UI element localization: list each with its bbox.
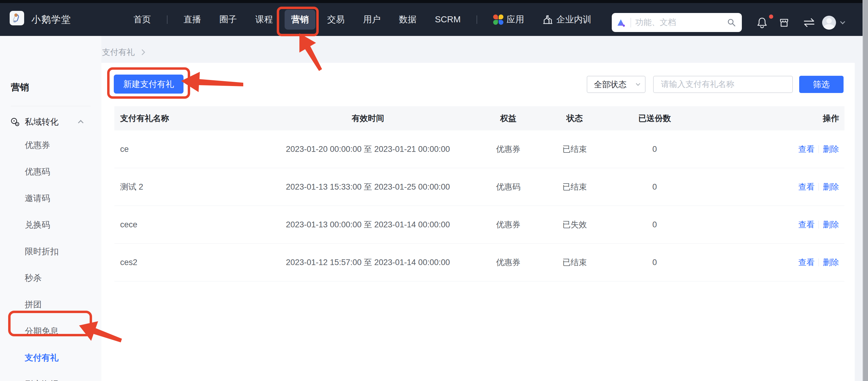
top-navbar: 小鹅学堂 首页 直播 圈子 课程 营销 交易 用户 数据 SCRM 应用 xyxy=(0,0,863,36)
search-input[interactable] xyxy=(635,18,722,27)
chevron-down-icon xyxy=(636,82,640,86)
sidebar-item-invite-code[interactable]: 邀请码 xyxy=(0,185,101,212)
header-name: 支付有礼名称 xyxy=(114,113,265,124)
delete-link[interactable]: 删除 xyxy=(823,219,839,230)
action-separator xyxy=(818,258,819,266)
goose-logo-icon xyxy=(11,12,23,24)
cell-status: 已结束 xyxy=(546,257,603,268)
table-row: ces2 2023-01-12 15:57:00 至 2023-01-14 00… xyxy=(114,244,844,282)
view-link[interactable]: 查看 xyxy=(798,219,814,230)
window-scrollbar[interactable] xyxy=(863,0,868,381)
sidebar-item-coupon-code[interactable]: 优惠码 xyxy=(0,158,101,185)
swap-arrows-icon xyxy=(803,17,816,28)
switch-account-button[interactable] xyxy=(796,17,822,28)
sidebar-item-group-buy[interactable]: 拼团 xyxy=(0,291,101,318)
nav-item-course[interactable]: 课程 xyxy=(249,10,279,30)
cell-status: 已结束 xyxy=(546,181,603,192)
sidebar-item-installment[interactable]: 分期免息 xyxy=(0,318,101,345)
status-filter-select[interactable]: 全部状态 xyxy=(587,76,646,93)
nav-item-marketing[interactable]: 营销 xyxy=(285,10,315,30)
action-separator xyxy=(818,183,819,191)
sidebar-divider xyxy=(11,106,91,106)
header-status: 状态 xyxy=(546,113,603,124)
cell-sent: 0 xyxy=(603,258,706,267)
sidebar-group-private-domain[interactable]: 私域转化 xyxy=(0,112,101,131)
header-sent: 已送份数 xyxy=(603,113,706,124)
sidebar-title: 营销 xyxy=(11,81,29,94)
nav-item-enterprise-training[interactable]: 企业内训 xyxy=(536,10,598,30)
primary-nav: 首页 直播 圈子 课程 营销 交易 用户 数据 SCRM 应用 xyxy=(127,3,598,36)
cell-status: 已结束 xyxy=(546,144,603,154)
create-pay-gift-button[interactable]: 新建支付有礼 xyxy=(114,75,184,94)
cell-status: 已失效 xyxy=(546,219,603,230)
nav-item-circle[interactable]: 圈子 xyxy=(213,10,244,30)
table-row: cece 2023-01-13 00:00:00 至 2023-01-14 00… xyxy=(114,206,844,244)
table-header-row: 支付有礼名称 有效时间 权益 状态 已送份数 操作 xyxy=(114,106,844,130)
view-link[interactable]: 查看 xyxy=(798,144,814,154)
topbar-icon-cluster xyxy=(752,6,844,39)
bell-icon xyxy=(756,16,768,29)
table-row: ce 2023-01-20 00:00:00 至 2023-01-21 00:0… xyxy=(114,130,844,168)
delete-link[interactable]: 删除 xyxy=(823,257,839,268)
breadcrumb-chevron-icon xyxy=(141,49,146,56)
cell-benefit: 优惠券 xyxy=(470,219,546,230)
header-time: 有效时间 xyxy=(265,113,470,124)
store-button[interactable] xyxy=(772,17,796,28)
private-domain-icon xyxy=(10,117,20,127)
cell-name: ce xyxy=(114,145,265,154)
search-brand-icon xyxy=(616,18,626,28)
cell-time: 2023-01-12 15:57:00 至 2023-01-14 00:00:0… xyxy=(265,257,470,268)
global-search xyxy=(612,13,742,32)
view-link[interactable]: 查看 xyxy=(798,257,814,268)
content-card: 新建支付有礼 全部状态 筛选 支付有礼名称 有效时间 权益 状态 已送份数 操作… xyxy=(101,63,855,381)
brand-name: 小鹅学堂 xyxy=(31,3,71,36)
nav-item-home[interactable]: 首页 xyxy=(127,10,158,30)
account-menu[interactable] xyxy=(822,16,844,30)
sidebar-group-label: 私域转化 xyxy=(25,112,59,131)
header-benefit: 权益 xyxy=(470,113,546,124)
sidebar-item-pay-gift[interactable]: 支付有礼 xyxy=(0,345,101,371)
sidebar-menu: 优惠券 优惠码 邀请码 兑换码 限时折扣 秒杀 拼团 分期免息 支付有礼 裂变海… xyxy=(0,132,101,381)
action-separator xyxy=(818,221,819,229)
table-row: 测试 2 2023-01-13 15:33:00 至 2023-01-25 00… xyxy=(114,168,844,206)
cell-benefit: 优惠码 xyxy=(470,181,546,192)
sidebar-item-coupon[interactable]: 优惠券 xyxy=(0,132,101,158)
cell-sent: 0 xyxy=(603,145,706,154)
filter-button[interactable]: 筛选 xyxy=(799,76,843,93)
nav-item-apps[interactable]: 应用 xyxy=(487,10,531,30)
header-operations: 操作 xyxy=(706,113,844,124)
chevron-down-icon xyxy=(840,19,845,24)
cell-benefit: 优惠券 xyxy=(470,144,546,154)
search-icon[interactable] xyxy=(727,18,736,27)
pay-gift-name-input[interactable] xyxy=(653,76,793,93)
app-logo xyxy=(10,11,24,25)
cell-name: 测试 2 xyxy=(114,181,265,192)
enterprise-building-icon xyxy=(542,14,553,25)
chevron-up-icon[interactable] xyxy=(78,120,83,125)
sidebar-item-limited-discount[interactable]: 限时折扣 xyxy=(0,238,101,265)
cell-time: 2023-01-13 00:00:00 至 2023-01-14 00:00:0… xyxy=(265,219,470,230)
nav-item-live[interactable]: 直播 xyxy=(177,10,208,30)
sidebar-item-redeem-code[interactable]: 兑换码 xyxy=(0,212,101,238)
delete-link[interactable]: 删除 xyxy=(823,144,839,154)
cell-sent: 0 xyxy=(603,220,706,230)
sidebar-item-flash-sale[interactable]: 秒杀 xyxy=(0,265,101,291)
nav-item-trade[interactable]: 交易 xyxy=(320,10,351,30)
status-filter-value: 全部状态 xyxy=(594,79,626,90)
cell-name: cece xyxy=(114,220,265,230)
breadcrumb-current[interactable]: 支付有礼 xyxy=(102,47,134,58)
search-divider xyxy=(630,18,631,27)
nav-item-scrm[interactable]: SCRM xyxy=(428,10,467,30)
cell-time: 2023-01-13 15:33:00 至 2023-01-25 00:00:0… xyxy=(265,181,470,192)
view-link[interactable]: 查看 xyxy=(798,181,814,192)
sidebar: 营销 私域转化 优惠券 优惠码 邀请码 兑换码 限时折扣 秒杀 拼团 分期免息 … xyxy=(0,36,101,381)
notifications-button[interactable] xyxy=(752,16,772,29)
nav-divider xyxy=(167,16,167,24)
nav-item-user[interactable]: 用户 xyxy=(356,10,387,30)
breadcrumb[interactable]: 支付有礼 xyxy=(102,46,146,59)
sidebar-item-fission-poster[interactable]: 裂变海报 xyxy=(0,371,101,381)
nav-item-data[interactable]: 数据 xyxy=(392,10,423,30)
delete-link[interactable]: 删除 xyxy=(823,181,839,192)
cell-benefit: 优惠券 xyxy=(470,257,546,268)
pay-gift-table: 支付有礼名称 有效时间 权益 状态 已送份数 操作 ce 2023-01-20 … xyxy=(114,106,844,282)
